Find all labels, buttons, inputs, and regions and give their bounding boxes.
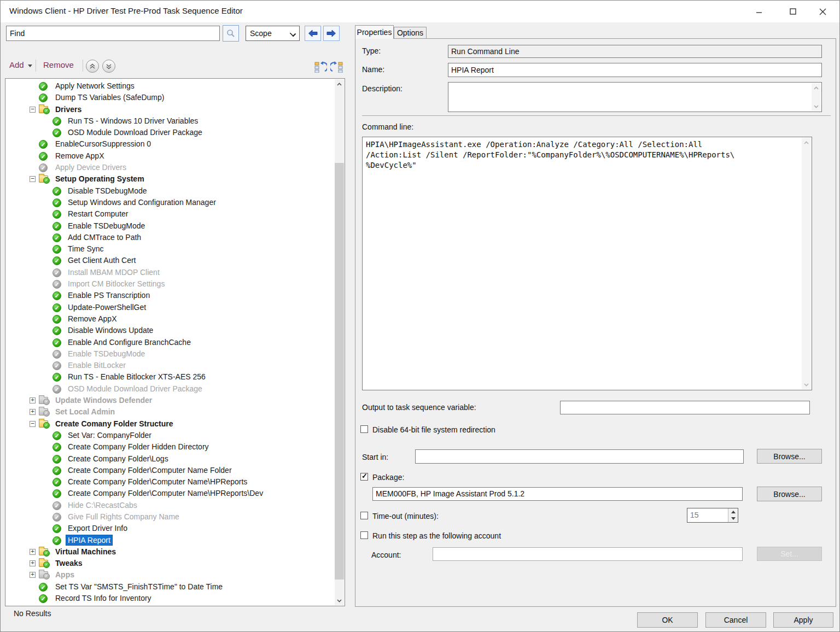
tree-scrollbar[interactable] (335, 79, 344, 605)
tree-item-label[interactable]: Install MBAM MDOP Client (66, 267, 161, 277)
expand-expander-icon[interactable]: + (30, 572, 36, 578)
scope-dropdown[interactable]: Scope (246, 26, 300, 41)
tree-item[interactable]: ✓Disable Windows Update (5, 325, 335, 336)
tree-group[interactable]: −Drivers (5, 104, 335, 115)
tree-item-label[interactable]: Drivers (54, 104, 83, 114)
tree-item[interactable]: ✓Set TS Var "SMSTS_FinishTSTime" to Date… (5, 581, 335, 593)
tree-item[interactable]: ✓Dump TS Variables (SafeDump) (5, 92, 335, 103)
collapse-expander-icon[interactable]: − (30, 421, 36, 427)
tree-item-label[interactable]: OSD Module Download Driver Package (66, 384, 204, 394)
description-scrollbar[interactable] (812, 83, 821, 111)
tree-group[interactable]: +Tweaks (5, 558, 335, 569)
description-field[interactable] (448, 82, 822, 112)
collapse-all-button[interactable] (313, 60, 327, 73)
tree-item-label[interactable]: Enable TSDebugMode (66, 221, 147, 231)
tree-item[interactable]: ✓Run TS - Enable Bitlocker XTS-AES 256 (5, 371, 335, 383)
tree-item[interactable]: ✓Create Company Folder\Computer Name\HPR… (5, 488, 335, 499)
tree-item-label[interactable]: Enable TSDebugMode (66, 349, 147, 359)
move-up-button[interactable] (86, 60, 99, 73)
tree-item-label[interactable]: Give Full Rights Company Name (66, 512, 181, 522)
minimize-button[interactable] (746, 1, 772, 22)
tree-item[interactable]: ✓Setup Windows and Configuration Manager (5, 197, 335, 208)
command-line-scrollbar[interactable] (802, 138, 811, 389)
tree-item-label[interactable]: Remove AppX (66, 314, 119, 324)
find-previous-button[interactable] (305, 26, 321, 41)
collapse-expander-icon[interactable]: − (30, 107, 36, 113)
tree-item-label[interactable]: Create Company Folder\Computer Name Fold… (66, 465, 234, 475)
tree-item[interactable]: ✓Get Client Auth Cert (5, 255, 335, 266)
start-in-input[interactable] (415, 449, 744, 464)
tree-item[interactable]: ✓Apply Device Drivers (5, 162, 335, 173)
remove-button[interactable]: Remove (43, 60, 74, 69)
tree-item[interactable]: ✓Remove AppX (5, 150, 335, 162)
tree-item-label[interactable]: Record TS Info for Inventory (54, 593, 153, 603)
search-button[interactable] (223, 25, 239, 42)
find-next-button[interactable] (323, 26, 340, 41)
tree-item-label[interactable]: Create Company Folder Hidden Directory (66, 442, 211, 452)
expand-all-button[interactable] (330, 60, 343, 73)
tree-item-label[interactable]: Setup Operating System (54, 174, 146, 184)
package-browse-button[interactable]: Browse... (757, 487, 822, 501)
disable-64bit-checkbox[interactable] (360, 425, 368, 433)
tree-item-label[interactable]: Remove AppX (54, 151, 106, 161)
tree-item-label[interactable]: Setup Windows and Configuration Manager (66, 197, 218, 207)
tree-item[interactable]: ✓EnableCursorSuppression 0 (5, 138, 335, 150)
tree-item[interactable]: ✓Update-PowerShellGet (5, 302, 335, 313)
run-as-account-checkbox[interactable] (360, 531, 368, 539)
tree-item[interactable]: ✓Enable And Configure BranchCache (5, 337, 335, 348)
tree-item-label[interactable]: Enable BitLocker (66, 360, 127, 370)
tree-item[interactable]: ✓Give Full Rights Company Name (5, 511, 335, 523)
spin-up-button[interactable] (728, 508, 738, 516)
tree-item-label[interactable]: Update Windows Defender (54, 395, 154, 405)
tree-item-label[interactable]: Import CM Bitlocker Settings (66, 279, 166, 289)
tree-item[interactable]: ✓Set Var: CompanyFolder (5, 430, 335, 441)
tree-item[interactable]: ✓Add CMTrace to Path (5, 232, 335, 243)
spin-down-button[interactable] (728, 516, 738, 523)
tree-item[interactable]: ✓Enable PS Transcription (5, 290, 335, 301)
maximize-button[interactable] (780, 1, 806, 22)
tree-item-label[interactable]: Run TS - Enable Bitlocker XTS-AES 256 (66, 372, 207, 382)
tree-group[interactable]: −Setup Operating System (5, 173, 335, 185)
expand-expander-icon[interactable]: + (30, 549, 36, 555)
tree-item-label[interactable]: Create Company Folder\Computer Name\HPRe… (66, 488, 265, 498)
tree-item-label[interactable]: EnableCursorSuppression 0 (54, 139, 153, 149)
tree-item-label[interactable]: Tweaks (54, 558, 84, 568)
tree-item[interactable]: ✓Install MBAM MDOP Client (5, 267, 335, 278)
tree-group[interactable]: +Update Windows Defender (5, 395, 335, 406)
tree-item-label[interactable]: Disable TSDebugMode (66, 186, 149, 196)
tree-item-label[interactable]: OSD Module Download Driver Package (66, 127, 204, 137)
tree-item-label[interactable]: Run TS - Windows 10 Driver Variables (66, 116, 200, 126)
timeout-spinner[interactable]: 15 (687, 508, 738, 523)
tree-item-label[interactable]: Update-PowerShellGet (66, 302, 148, 312)
tree-item-label[interactable]: HPIA Report (66, 535, 112, 545)
tree-group[interactable]: +Set Local Admin (5, 406, 335, 418)
tree-item[interactable]: ✓OSD Module Download Driver Package (5, 127, 335, 138)
tree-group[interactable]: +Virtual Machines (5, 546, 335, 558)
tree-item[interactable]: ✓Record TS Info for Inventory (5, 593, 335, 604)
find-input[interactable] (6, 26, 220, 41)
scroll-up-arrow-icon[interactable] (335, 79, 344, 89)
tree-group[interactable]: −Create Comany Folder Structure (5, 418, 335, 430)
close-button[interactable] (810, 1, 835, 22)
scroll-down-arrow-icon[interactable] (335, 596, 344, 605)
tree-item-label[interactable]: Enable PS Transcription (66, 290, 151, 300)
tree-item[interactable]: ✓Disable TSDebugMode (5, 185, 335, 197)
expand-expander-icon[interactable]: + (30, 397, 36, 403)
tree-item-label[interactable]: Apps (54, 570, 76, 580)
tab-options[interactable]: Options (394, 27, 427, 38)
tree-item[interactable]: ✓HPIA Report (5, 535, 335, 546)
move-down-button[interactable] (102, 60, 115, 73)
tree-item-label[interactable]: Add CMTrace to Path (66, 232, 143, 242)
tab-properties[interactable]: Properties (355, 25, 394, 39)
tree-item[interactable]: ✓Enable BitLocker (5, 360, 335, 371)
tree-item-label[interactable]: Get Client Auth Cert (66, 255, 138, 265)
tree-item-label[interactable]: Set Local Admin (54, 407, 116, 417)
tree-item[interactable]: ✓Create Company Folder\Logs (5, 453, 335, 465)
add-button[interactable]: Add (9, 60, 32, 69)
tree-item[interactable]: ✓Hide C:\RecastCabs (5, 500, 335, 511)
tree-item[interactable]: ✓Time Sync (5, 243, 335, 255)
name-field[interactable] (448, 63, 822, 77)
tree-item-label[interactable]: Restart Computer (66, 209, 130, 219)
tree-item-label[interactable]: Create Company Folder\Computer Name\HPRe… (66, 477, 249, 487)
tree-item[interactable]: ✓Remove AppX (5, 313, 335, 325)
